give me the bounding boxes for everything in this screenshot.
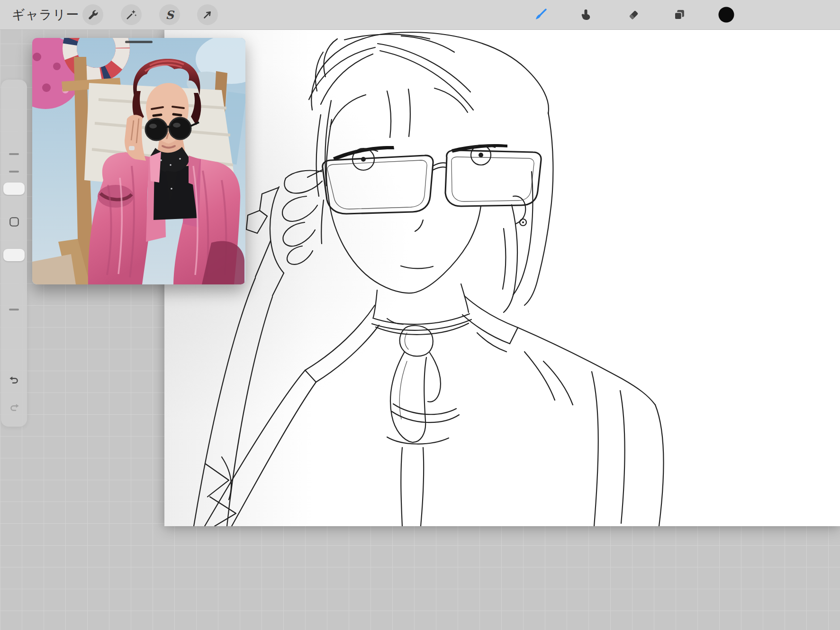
opacity-slider-handle[interactable] <box>3 249 25 261</box>
gallery-button[interactable]: ギャラリー <box>12 0 80 29</box>
smudge-tool-button[interactable] <box>576 4 596 25</box>
smudge-finger-icon <box>579 8 593 21</box>
reference-drag-handle[interactable] <box>125 41 153 43</box>
paintbrush-icon <box>533 8 548 22</box>
redo-arrow-icon <box>8 401 20 413</box>
brush-size-slider-handle[interactable] <box>3 183 25 195</box>
side-toolbar <box>1 80 27 427</box>
square-outline-icon <box>9 216 20 228</box>
redo-button[interactable] <box>8 401 21 414</box>
adjustments-button[interactable] <box>121 4 142 25</box>
brush-size-tick <box>9 153 19 155</box>
layers-icon <box>673 8 686 21</box>
undo-button[interactable] <box>8 373 21 386</box>
line-art-drawing <box>164 29 840 526</box>
actions-button[interactable] <box>82 4 103 25</box>
brush-size-tick <box>9 171 19 173</box>
color-swatch-icon <box>718 6 735 23</box>
transform-button[interactable] <box>197 4 218 25</box>
undo-arrow-icon <box>8 374 20 386</box>
eraser-icon <box>627 8 640 21</box>
selection-s-icon: S <box>163 9 176 21</box>
erase-tool-button[interactable] <box>623 4 644 25</box>
procreate-app: ギャラリー S <box>0 0 840 630</box>
magic-wand-icon <box>125 9 137 21</box>
paint-tool-button[interactable] <box>530 4 551 25</box>
layers-tool-button[interactable] <box>669 4 690 25</box>
selection-button[interactable]: S <box>159 4 180 25</box>
modify-button[interactable] <box>8 215 21 228</box>
drawing-canvas[interactable] <box>164 29 840 526</box>
selection-s-glyph: S <box>165 9 174 21</box>
top-toolbar: ギャラリー S <box>0 0 840 30</box>
transform-arrow-icon <box>201 9 214 21</box>
wrench-icon <box>87 9 99 21</box>
reference-photo <box>32 38 245 284</box>
color-tool-button[interactable] <box>716 4 737 25</box>
reference-panel[interactable] <box>32 38 245 284</box>
opacity-tick <box>9 309 19 310</box>
